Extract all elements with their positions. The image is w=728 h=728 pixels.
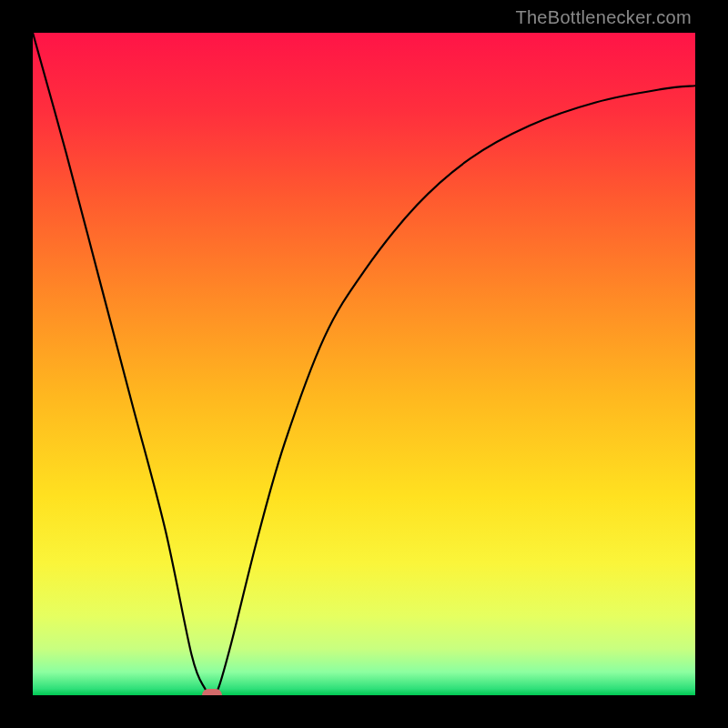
watermark-text: TheBottlenecker.com <box>515 7 692 28</box>
chart-frame: TheBottlenecker.com <box>0 0 728 728</box>
bottleneck-marker <box>202 689 222 695</box>
bottleneck-curve <box>33 33 695 695</box>
plot-area <box>33 33 695 695</box>
